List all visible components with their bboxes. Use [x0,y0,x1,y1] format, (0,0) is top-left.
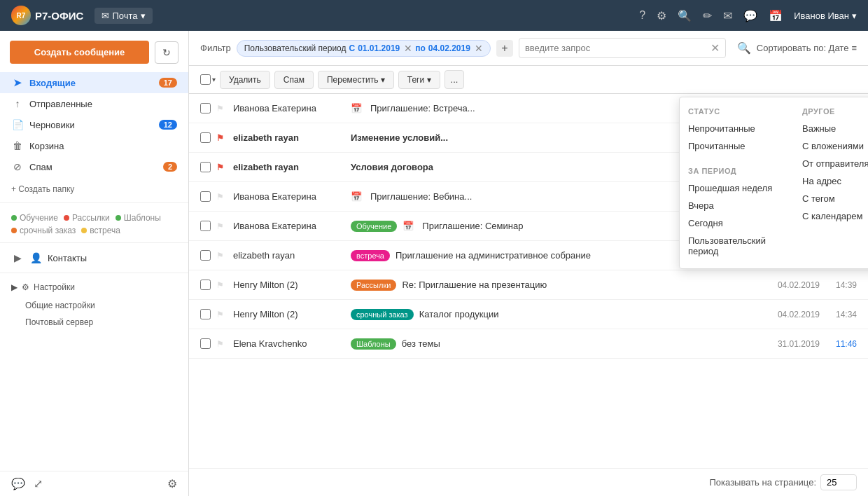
sidebar-mail-server[interactable]: Почтовый сервер [0,314,188,331]
search-icon[interactable]: 🔍 [678,9,692,22]
filter-search-input[interactable] [525,43,710,53]
more-button[interactable]: ... [444,70,465,89]
chat-icon[interactable]: 💬 [743,9,757,22]
email-checkbox[interactable] [200,221,211,231]
trash-icon: 🗑 [11,140,24,151]
sidebar-item-spam-label: Спам [29,162,52,172]
sidebar: Создать сообщение ↻ ➤ Входящие 17 ↑ Отпр… [0,31,189,496]
label-srochny[interactable]: срочный заказ [11,226,76,235]
filter-to-close-icon[interactable]: ✕ [475,43,483,54]
sidebar-item-trash[interactable]: 🗑 Корзина [0,135,188,156]
user-menu[interactable]: Иванов Иван ▾ [794,11,857,21]
dropdown-read[interactable]: Прочитанные [688,137,780,155]
sidebar-settings[interactable]: ▶ ⚙ Настройки [0,277,188,297]
filter-search-icon[interactable]: 🔍 [737,41,751,55]
email-sender: Иванова Екатерина [233,103,345,113]
mail-chevron-icon: ▾ [141,11,146,21]
sidebar-contacts[interactable]: ▶ 👤 Контакты [0,247,188,268]
dropdown-today[interactable]: Сегодня [688,214,780,232]
flag-icon[interactable]: ⚑ [216,310,227,319]
email-sender: elizabeth rayan [233,250,345,261]
dropdown-with-calendar[interactable]: С календарем [802,207,868,225]
flag-icon[interactable]: ⚑ [216,280,227,290]
refresh-button[interactable]: ↻ [155,41,178,64]
topnav: R7 Р7-ОФИС ✉ Почта ▾ ? ⚙ 🔍 ✏ ✉ 💬 📅 Ивано… [0,0,868,31]
drafts-badge: 12 [159,120,177,130]
email-row[interactable]: ⚑ Elena Kravchenko Шаблоны без темы 31.0… [189,329,868,359]
flag-icon[interactable]: ⚑ [216,104,227,113]
flag-icon[interactable]: ⚑ [216,221,227,231]
tags-button[interactable]: Теги ▾ [398,71,440,89]
select-chevron-icon[interactable]: ▾ [212,76,216,83]
dropdown-from-sender[interactable]: От отправителя [802,155,868,172]
compose-button[interactable]: Создать сообщение [10,41,149,64]
email-subject: Re: Приглашение на презентацию [402,280,758,290]
create-folder-button[interactable]: + Создать папку [0,180,188,198]
email-checkbox[interactable] [200,132,211,143]
email-checkbox[interactable] [200,338,211,349]
flag-icon[interactable]: ⚑ [216,192,227,202]
dropdown-attachments[interactable]: С вложениями [802,137,868,155]
dropdown-last-week[interactable]: Прошедшая неделя [688,179,780,197]
email-sender: Иванова Екатерина [233,191,345,202]
filter-clear-icon[interactable]: ✕ [710,41,720,55]
calendar-icon[interactable]: 📅 [769,9,783,22]
dropdown-yesterday[interactable]: Вчера [688,197,780,214]
dropdown-unread[interactable]: Непрочитанные [688,120,780,137]
email-subject: Каталог продукции [419,309,758,319]
sidebar-contacts-label: Контакты [48,253,87,263]
filter-to-label: по [415,43,426,53]
email-sender: Elena Kravchenko [233,338,345,349]
drafts-icon: 📄 [11,119,24,130]
help-icon[interactable]: ? [639,9,645,22]
mail-icon[interactable]: ✉ [723,9,732,22]
delete-button[interactable]: Удалить [220,71,270,89]
email-checkbox[interactable] [200,309,211,319]
label-vstrecha[interactable]: встреча [81,226,120,235]
select-all-checkbox[interactable] [200,74,211,85]
label-obuchenie[interactable]: Обучение [11,213,58,223]
dropdown-to-address[interactable]: На адрес [802,172,868,190]
dropdown-important[interactable]: Важные [802,120,868,137]
sort-icon: ≡ [851,43,857,53]
dropdown-custom-period[interactable]: Пользовательский период [688,232,780,260]
edit-icon[interactable]: ✏ [703,9,712,22]
chat-bottom-icon[interactable]: 💬 [11,477,25,490]
other-title: ДРУГОЕ [802,106,868,120]
filter-add-button[interactable]: + [496,40,513,57]
pagination-select[interactable]: 10 25 50 100 [820,474,857,490]
email-checkbox[interactable] [200,162,211,172]
flag-icon[interactable]: ⚑ [216,163,227,172]
sidebar-item-spam[interactable]: ⊘ Спам 2 [0,156,188,177]
email-tag: Обучение [351,221,397,232]
mail-menu[interactable]: ✉ Почта ▾ [94,8,152,24]
flag-icon[interactable]: ⚑ [216,251,227,261]
flag-icon[interactable]: ⚑ [216,339,227,349]
user-name: Иванов Иван [794,11,849,21]
label-rassylki-text: Рассылки [72,213,110,223]
email-checkbox[interactable] [200,103,211,113]
dropdown-with-tag[interactable]: С тегом [802,190,868,207]
email-checkbox[interactable] [200,191,211,202]
sidebar-item-inbox[interactable]: ➤ Входящие 17 [0,72,188,93]
email-checkbox[interactable] [200,250,211,261]
email-checkbox[interactable] [200,280,211,290]
sidebar-item-drafts[interactable]: 📄 Черновики 12 [0,114,188,135]
spam-icon: ⊘ [11,161,24,172]
flag-icon[interactable]: ⚑ [216,133,227,143]
spam-button[interactable]: Спам [274,71,314,89]
move-button[interactable]: Переместить ▾ [318,71,394,89]
settings-icon[interactable]: ⚙ [657,9,666,22]
label-shablony[interactable]: Шаблоны [115,213,161,223]
filter-sort[interactable]: Сортировать по: Дате ≡ [757,43,857,53]
sidebar-general-settings[interactable]: Общие настройки [0,297,188,314]
sidebar-item-sent[interactable]: ↑ Отправленные [0,93,188,114]
expand-bottom-icon[interactable]: ⤢ [34,477,43,490]
email-row[interactable]: ⚑ Henry Milton (2) срочный заказ Каталог… [189,300,868,329]
email-row[interactable]: ⚑ Henry Milton (2) Рассылки Re: Приглаше… [189,270,868,300]
filter-pill[interactable]: Пользовательский период С 01.01.2019 ✕ п… [237,40,491,57]
email-tag: встреча [351,250,390,261]
settings-bottom-icon[interactable]: ⚙ [167,477,177,490]
filter-from-close-icon[interactable]: ✕ [404,43,412,54]
label-rassylki[interactable]: Рассылки [64,213,110,223]
